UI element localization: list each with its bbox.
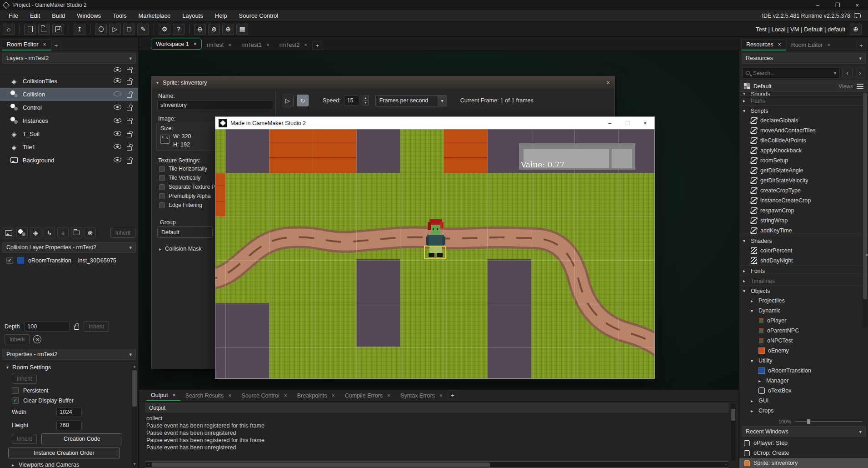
settings-button[interactable]: ⚙ bbox=[159, 24, 170, 35]
home-button[interactable]: ⌂ bbox=[3, 24, 15, 35]
tree-item-createcroptype[interactable]: createCropType bbox=[739, 186, 868, 196]
speed-stepper[interactable]: ▲▼ bbox=[363, 96, 369, 106]
tab-add-tab[interactable]: + bbox=[856, 41, 866, 50]
tab-room-editor[interactable]: Room Editor× bbox=[2, 39, 51, 50]
tree-item-manager[interactable]: ▸Manager bbox=[739, 376, 868, 386]
tree-item-oenemy[interactable]: oEnemy bbox=[739, 346, 868, 356]
lock-icon[interactable] bbox=[127, 146, 132, 151]
feedback-chat-icon[interactable] bbox=[854, 13, 861, 18]
lock-icon[interactable] bbox=[127, 107, 132, 111]
tree-item-stringwrap[interactable]: stringWrap bbox=[739, 216, 868, 226]
tree-item-onpctest[interactable]: oNPCTest bbox=[739, 336, 868, 346]
layer-row-t-soil[interactable]: ◈T_Soil bbox=[0, 127, 138, 141]
expand-arrow-icon[interactable]: ▾ bbox=[743, 92, 748, 96]
close-button[interactable]: × bbox=[855, 2, 859, 9]
layer-row-instances[interactable]: Instances bbox=[0, 114, 138, 127]
menu-marketplace[interactable]: Marketplace bbox=[132, 10, 176, 22]
sprite-name-input[interactable]: sInventory bbox=[157, 100, 273, 110]
tree-item-dynamic[interactable]: ▾Dynamic bbox=[739, 306, 868, 316]
menu-edit[interactable]: Edit bbox=[24, 10, 46, 22]
tab-rmtest1[interactable]: rmTest1× bbox=[236, 40, 274, 50]
output-log[interactable]: collectPause event has been registered f… bbox=[139, 413, 738, 460]
tab-rmtest[interactable]: rmTest× bbox=[202, 40, 237, 50]
zoom-out-button[interactable]: ⊖ bbox=[194, 24, 206, 35]
game-close-button[interactable]: × bbox=[644, 120, 647, 126]
tree-item-shaders[interactable]: ▾Shaders bbox=[739, 236, 868, 246]
collapsed-arrow-icon[interactable]: ▸ bbox=[758, 378, 763, 383]
game-maximize-button[interactable]: ❐ bbox=[625, 120, 630, 126]
visibility-eye-icon[interactable] bbox=[114, 105, 121, 110]
tree-item-roomsetup[interactable]: roomSetup bbox=[739, 156, 868, 166]
layer-row-collision[interactable]: Collision bbox=[0, 88, 138, 101]
tree-item-sounds[interactable]: ▾Sounds bbox=[739, 92, 868, 96]
tab-breakpoints[interactable]: Breakpoints× bbox=[292, 391, 340, 401]
menu-build[interactable]: Build bbox=[46, 10, 71, 22]
room-height-input[interactable]: 768 bbox=[56, 420, 82, 430]
scrollbar-thumb[interactable] bbox=[152, 463, 490, 467]
tab-compile-errors[interactable]: Compile Errors× bbox=[340, 391, 395, 401]
game-minimize-button[interactable]: – bbox=[609, 120, 612, 126]
layer-row-collisiontiles[interactable]: ◈CollisionTiles bbox=[0, 75, 138, 88]
recent-ocrop-create[interactable]: oCrop: Create bbox=[739, 448, 868, 458]
lock-icon[interactable] bbox=[127, 120, 132, 124]
collision-layer-properties-header[interactable]: Collision Layer Properties - rmTest2 ▾ bbox=[2, 242, 136, 253]
tree-item-oparentnpc[interactable]: oParentNPC bbox=[739, 326, 868, 336]
scrollbar-thumb[interactable] bbox=[731, 409, 735, 421]
recent-windows-header[interactable]: Recent Windows ▾ bbox=[742, 426, 866, 437]
sprite-editor-close-icon[interactable]: × bbox=[607, 80, 610, 86]
visibility-eye-icon[interactable] bbox=[114, 157, 121, 162]
collapsed-arrow-icon[interactable]: ▸ bbox=[751, 298, 755, 303]
expand-arrow-icon[interactable]: ▾ bbox=[743, 108, 748, 113]
tree-item-instancecreatecrop[interactable]: instanceCreateCrop bbox=[739, 196, 868, 206]
menu-source-control[interactable]: Source Control bbox=[233, 10, 284, 22]
tree-item-moveandcontacttiles[interactable]: moveAndContactTiles bbox=[739, 126, 868, 136]
tree-item-otextbox[interactable]: oTextBox bbox=[739, 386, 868, 396]
tree-item-tilecollideatpoints[interactable]: tileCollideAtPoints bbox=[739, 136, 868, 146]
depth-lock-icon[interactable] bbox=[74, 326, 79, 330]
tab-rmtest2[interactable]: rmTest2× bbox=[274, 40, 312, 50]
add-layer-folder-button[interactable] bbox=[71, 227, 82, 238]
layers-header[interactable]: Layers - rmTest2 ▾ bbox=[2, 53, 136, 64]
tab-add-tab[interactable]: + bbox=[51, 41, 61, 50]
tab-search-results[interactable]: Search Results× bbox=[180, 391, 237, 401]
group-dropdown[interactable]: Default bbox=[157, 226, 213, 238]
checkbox-box[interactable] bbox=[159, 184, 165, 190]
speed-input[interactable]: 15 bbox=[344, 96, 359, 106]
tree-item-utility[interactable]: ▾Utility bbox=[739, 356, 868, 366]
tree-item-colorpercent[interactable]: colorPercent bbox=[739, 246, 868, 256]
collapsed-arrow-icon[interactable]: ▸ bbox=[743, 278, 748, 283]
creation-code-button[interactable]: Creation Code bbox=[41, 433, 122, 444]
speed-units-dropdown[interactable]: Frames per second ▾ bbox=[375, 95, 447, 106]
cancel-icon[interactable]: ⊗ bbox=[33, 335, 41, 343]
tab-add-tab[interactable]: + bbox=[312, 41, 322, 50]
zoom-reset-button[interactable]: ⊚ bbox=[208, 24, 220, 35]
tab-resources[interactable]: Resources× bbox=[741, 39, 786, 50]
resources-header[interactable]: Resources ▾ bbox=[742, 53, 866, 64]
persistent-checkbox[interactable] bbox=[12, 387, 19, 394]
tree-item-scripts[interactable]: ▾Scripts bbox=[739, 106, 868, 116]
menu-file[interactable]: File bbox=[3, 10, 24, 22]
play-animation-button[interactable]: ▷ bbox=[282, 95, 294, 106]
recent-sprite-sinventory[interactable]: Sprite: sInventory bbox=[739, 458, 868, 468]
game-viewport[interactable]: Value: 0.77 bbox=[215, 129, 654, 378]
clean-button[interactable]: ✎ bbox=[137, 24, 149, 35]
visibility-eye-icon[interactable] bbox=[114, 118, 121, 123]
layer-row-tile1[interactable]: ◈Tile1 bbox=[0, 141, 138, 154]
close-tab-icon[interactable]: × bbox=[304, 42, 307, 48]
instance-creation-order-button[interactable]: Instance Creation Order bbox=[8, 448, 120, 458]
layer-row-control[interactable]: Control bbox=[0, 101, 138, 114]
tree-item-getdirstateangle[interactable]: getDirStateAngle bbox=[739, 166, 868, 176]
visibility-eye-icon[interactable] bbox=[114, 91, 121, 96]
zoom-in-button[interactable]: ⊕ bbox=[222, 24, 234, 35]
tab-room-editor[interactable]: Room Editor× bbox=[786, 40, 836, 50]
tab-workspace-1[interactable]: Workspace 1× bbox=[151, 39, 202, 50]
tree-item-projectiles[interactable]: ▸Projectiles bbox=[739, 296, 868, 306]
delete-layer-button[interactable]: ⊗ bbox=[85, 227, 96, 238]
background-layer-button[interactable] bbox=[3, 227, 14, 238]
slider-knob[interactable] bbox=[807, 419, 810, 424]
close-tab-icon[interactable]: × bbox=[43, 41, 46, 48]
search-input[interactable]: Search... ▾ bbox=[742, 67, 840, 79]
tab-add-tab[interactable]: + bbox=[448, 391, 458, 400]
tree-item-objects[interactable]: ▾Objects bbox=[739, 286, 868, 296]
tree-item-shddaynight[interactable]: shdDayNight bbox=[739, 256, 868, 266]
